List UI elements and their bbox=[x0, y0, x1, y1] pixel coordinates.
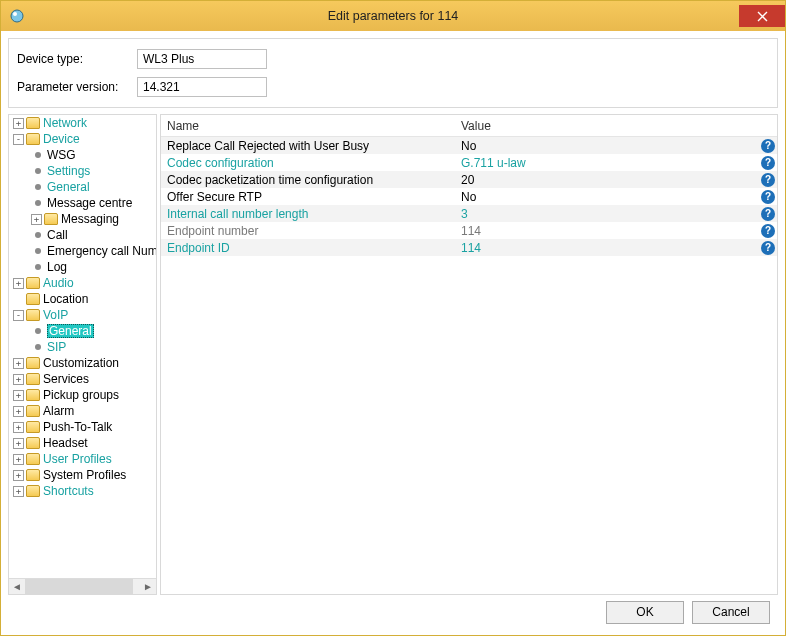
scroll-right-icon[interactable]: ► bbox=[140, 579, 156, 595]
tree-item[interactable]: SIP bbox=[9, 339, 156, 355]
folder-icon bbox=[26, 293, 40, 305]
device-info-panel: Device type: WL3 Plus Parameter version:… bbox=[8, 38, 778, 108]
tree-item[interactable]: Message centre bbox=[9, 195, 156, 211]
tree-item[interactable]: +Audio bbox=[9, 275, 156, 291]
tree-item[interactable]: Log bbox=[9, 259, 156, 275]
tree-item[interactable]: +Messaging bbox=[9, 211, 156, 227]
scrollbar-thumb[interactable] bbox=[25, 579, 133, 595]
param-name: Endpoint number bbox=[161, 224, 455, 238]
expand-icon[interactable]: + bbox=[13, 438, 24, 449]
tree-item[interactable]: +Headset bbox=[9, 435, 156, 451]
tree-item-label: Audio bbox=[43, 276, 74, 290]
help-icon[interactable]: ? bbox=[761, 241, 775, 255]
tree-item[interactable]: +Network bbox=[9, 115, 156, 131]
tree-item[interactable]: Location bbox=[9, 291, 156, 307]
param-name: Replace Call Rejected with User Busy bbox=[161, 139, 455, 153]
table-row[interactable]: Codec packetization time configuration20… bbox=[161, 171, 777, 188]
param-value[interactable]: No bbox=[455, 190, 755, 204]
tree-leaf-icon bbox=[35, 152, 41, 158]
table-row[interactable]: Endpoint ID114? bbox=[161, 239, 777, 256]
tree-item[interactable]: General bbox=[9, 323, 156, 339]
expand-icon[interactable]: + bbox=[13, 358, 24, 369]
collapse-icon[interactable]: - bbox=[13, 310, 24, 321]
expand-icon[interactable]: + bbox=[13, 470, 24, 481]
expand-icon[interactable]: + bbox=[13, 454, 24, 465]
window-title: Edit parameters for 114 bbox=[1, 9, 785, 23]
folder-icon bbox=[26, 277, 40, 289]
tree-item[interactable]: +Alarm bbox=[9, 403, 156, 419]
expand-icon[interactable]: + bbox=[13, 406, 24, 417]
expand-icon[interactable]: + bbox=[13, 422, 24, 433]
expand-icon[interactable]: + bbox=[13, 390, 24, 401]
tree-item[interactable]: +System Profiles bbox=[9, 467, 156, 483]
table-row[interactable]: Codec configurationG.711 u-law? bbox=[161, 154, 777, 171]
table-row[interactable]: Offer Secure RTPNo? bbox=[161, 188, 777, 205]
tree-item[interactable]: +Customization bbox=[9, 355, 156, 371]
folder-icon bbox=[26, 469, 40, 481]
device-type-label: Device type: bbox=[17, 52, 137, 66]
table-row[interactable]: Replace Call Rejected with User BusyNo? bbox=[161, 137, 777, 154]
tree-item-label: Call bbox=[47, 228, 68, 242]
tree-item-label: Network bbox=[43, 116, 87, 130]
tree-item[interactable]: Call bbox=[9, 227, 156, 243]
tree-item-label: Headset bbox=[43, 436, 88, 450]
param-name: Codec packetization time configuration bbox=[161, 173, 455, 187]
expand-icon[interactable]: + bbox=[31, 214, 42, 225]
param-value[interactable]: No bbox=[455, 139, 755, 153]
tree-h-scrollbar[interactable]: ◄ ► bbox=[9, 578, 156, 594]
scroll-left-icon[interactable]: ◄ bbox=[9, 579, 25, 595]
help-icon[interactable]: ? bbox=[761, 224, 775, 238]
param-value[interactable]: G.711 u-law bbox=[455, 156, 755, 170]
tree-item[interactable]: Settings bbox=[9, 163, 156, 179]
tree-item[interactable]: WSG bbox=[9, 147, 156, 163]
tree-item[interactable]: +Services bbox=[9, 371, 156, 387]
param-name: Endpoint ID bbox=[161, 241, 455, 255]
param-version-label: Parameter version: bbox=[17, 80, 137, 94]
tree-leaf-icon bbox=[35, 184, 41, 190]
header-value[interactable]: Value bbox=[455, 116, 755, 136]
collapse-icon[interactable]: - bbox=[13, 134, 24, 145]
tree-item[interactable]: +User Profiles bbox=[9, 451, 156, 467]
help-icon[interactable]: ? bbox=[761, 173, 775, 187]
tree-item[interactable]: +Pickup groups bbox=[9, 387, 156, 403]
tree-item-label: General bbox=[47, 324, 94, 338]
tree-item-label: Customization bbox=[43, 356, 119, 370]
param-value[interactable]: 20 bbox=[455, 173, 755, 187]
close-button[interactable] bbox=[739, 5, 785, 27]
folder-icon bbox=[26, 133, 40, 145]
table-row[interactable]: Internal call number length3? bbox=[161, 205, 777, 222]
tree-item[interactable]: +Push-To-Talk bbox=[9, 419, 156, 435]
tree-leaf-icon bbox=[35, 200, 41, 206]
expand-icon[interactable]: + bbox=[13, 374, 24, 385]
titlebar[interactable]: Edit parameters for 114 bbox=[1, 1, 785, 31]
tree-item[interactable]: -Device bbox=[9, 131, 156, 147]
expand-icon[interactable]: + bbox=[13, 486, 24, 497]
param-value[interactable]: 114 bbox=[455, 241, 755, 255]
tree-item-label: Location bbox=[43, 292, 88, 306]
expand-icon[interactable]: + bbox=[13, 278, 24, 289]
cancel-button[interactable]: Cancel bbox=[692, 601, 770, 624]
tree-item[interactable]: General bbox=[9, 179, 156, 195]
tree-item[interactable]: Emergency call Num bbox=[9, 243, 156, 259]
help-icon[interactable]: ? bbox=[761, 156, 775, 170]
tree-leaf-icon bbox=[35, 232, 41, 238]
help-icon[interactable]: ? bbox=[761, 190, 775, 204]
param-name: Codec configuration bbox=[161, 156, 455, 170]
param-value[interactable]: 3 bbox=[455, 207, 755, 221]
folder-icon bbox=[26, 421, 40, 433]
help-icon[interactable]: ? bbox=[761, 139, 775, 153]
tree-item[interactable]: +Shortcuts bbox=[9, 483, 156, 499]
parameter-grid: Name Value Replace Call Rejected with Us… bbox=[160, 114, 778, 595]
category-tree[interactable]: +Network-DeviceWSGSettingsGeneralMessage… bbox=[8, 114, 157, 595]
header-name[interactable]: Name bbox=[161, 116, 455, 136]
tree-leaf-icon bbox=[35, 168, 41, 174]
help-icon[interactable]: ? bbox=[761, 207, 775, 221]
param-name: Offer Secure RTP bbox=[161, 190, 455, 204]
tree-item[interactable]: -VoIP bbox=[9, 307, 156, 323]
expand-icon[interactable]: + bbox=[13, 118, 24, 129]
param-name: Internal call number length bbox=[161, 207, 455, 221]
ok-button[interactable]: OK bbox=[606, 601, 684, 624]
table-row[interactable]: Endpoint number114? bbox=[161, 222, 777, 239]
tree-item-label: SIP bbox=[47, 340, 66, 354]
param-value[interactable]: 114 bbox=[455, 224, 755, 238]
